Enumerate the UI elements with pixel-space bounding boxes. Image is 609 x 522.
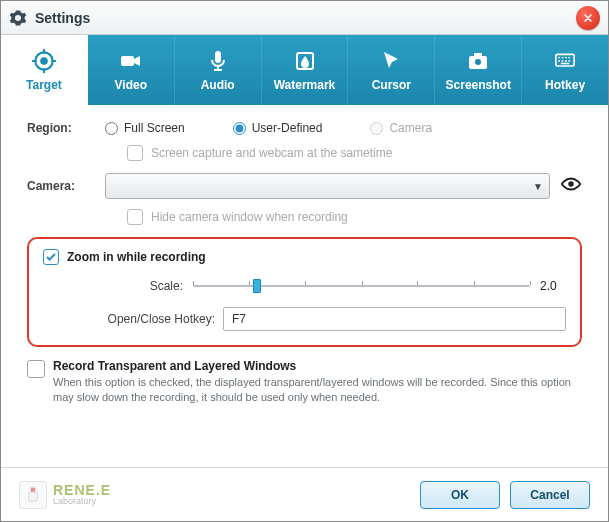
- scale-label: Scale:: [143, 279, 183, 293]
- region-label: Region:: [27, 121, 105, 135]
- chevron-down-icon: ▼: [533, 181, 543, 192]
- svg-rect-11: [29, 492, 38, 501]
- hide-camera-label: Hide camera window when recording: [151, 210, 348, 224]
- tab-label: Audio: [201, 78, 235, 92]
- layered-title: Record Transparent and Layered Windows: [53, 359, 582, 373]
- camera-icon: [465, 48, 491, 74]
- svg-rect-2: [121, 56, 134, 66]
- tab-hotkey[interactable]: Hotkey: [522, 35, 608, 105]
- brand-line2: Laboratory: [53, 497, 111, 506]
- tab-label: Watermark: [274, 78, 336, 92]
- svg-rect-10: [31, 487, 36, 492]
- dual-capture-checkbox: [127, 145, 143, 161]
- slider-thumb[interactable]: [253, 279, 261, 293]
- tab-label: Cursor: [372, 78, 411, 92]
- zoom-checkbox[interactable]: [43, 249, 59, 265]
- tab-label: Hotkey: [545, 78, 585, 92]
- hotkey-label: Open/Close Hotkey:: [85, 312, 215, 326]
- gear-icon: [9, 9, 27, 27]
- tab-label: Screenshot: [446, 78, 511, 92]
- tab-label: Video: [115, 78, 147, 92]
- watermark-icon: [292, 48, 318, 74]
- radio-label: Full Screen: [124, 121, 185, 135]
- camera-label: Camera:: [27, 179, 105, 193]
- video-icon: [118, 48, 144, 74]
- eye-icon[interactable]: [560, 173, 582, 199]
- region-userdefined-radio[interactable]: User-Defined: [233, 121, 323, 135]
- svg-point-9: [568, 181, 574, 187]
- radio-label: User-Defined: [252, 121, 323, 135]
- camera-select[interactable]: ▼: [105, 173, 550, 199]
- tab-video[interactable]: Video: [88, 35, 175, 105]
- dual-capture-label: Screen capture and webcam at the sametim…: [151, 146, 392, 160]
- svg-point-6: [475, 59, 481, 65]
- tab-target[interactable]: Target: [1, 35, 88, 105]
- window-title: Settings: [35, 10, 90, 26]
- tab-audio[interactable]: Audio: [175, 35, 262, 105]
- zoom-label: Zoom in while recording: [67, 250, 206, 264]
- region-fullscreen-radio[interactable]: Full Screen: [105, 121, 185, 135]
- region-camera-radio: Camera: [370, 121, 432, 135]
- hotkey-value: F7: [232, 312, 246, 326]
- cursor-icon: [378, 48, 404, 74]
- audio-icon: [205, 48, 231, 74]
- scale-slider[interactable]: [193, 277, 530, 295]
- brand-line1: RENE.E: [53, 483, 111, 497]
- ok-button[interactable]: OK: [420, 481, 500, 509]
- cancel-button[interactable]: Cancel: [510, 481, 590, 509]
- zoom-group: Zoom in while recording Scale: 2.0: [27, 237, 582, 347]
- layered-checkbox[interactable]: [27, 360, 45, 378]
- close-button[interactable]: [576, 6, 600, 30]
- svg-rect-3: [215, 51, 221, 63]
- hotkey-input[interactable]: F7: [223, 307, 566, 331]
- svg-rect-7: [474, 53, 482, 57]
- tab-label: Target: [26, 78, 62, 92]
- radio-label: Camera: [389, 121, 432, 135]
- brand-icon: [19, 481, 47, 509]
- tab-screenshot[interactable]: Screenshot: [435, 35, 522, 105]
- scale-value: 2.0: [540, 279, 566, 293]
- tab-watermark[interactable]: Watermark: [262, 35, 349, 105]
- tab-cursor[interactable]: Cursor: [348, 35, 435, 105]
- svg-point-1: [41, 58, 48, 65]
- brand-badge: RENE.E Laboratory: [19, 481, 111, 509]
- layered-desc: When this option is checked, the display…: [53, 375, 582, 406]
- keyboard-icon: [552, 48, 578, 74]
- svg-rect-8: [556, 54, 574, 66]
- target-icon: [31, 48, 57, 74]
- hide-camera-checkbox: [127, 209, 143, 225]
